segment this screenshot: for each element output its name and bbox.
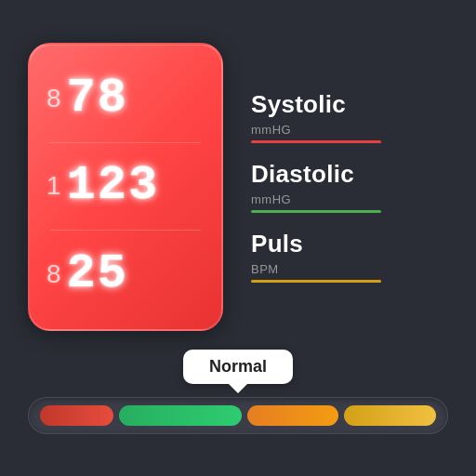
systolic-unit: mmHG (251, 123, 448, 137)
row-divider-2 (50, 230, 201, 231)
diastolic-info: Diastolic mmHG (251, 160, 448, 213)
systolic-label: Systolic (251, 90, 448, 119)
puls-unit: BPM (251, 262, 448, 276)
systolic-info: Systolic mmHG (251, 90, 448, 143)
scale-red (40, 405, 113, 426)
diastolic-row: 1 123 (46, 158, 205, 214)
diastolic-unit: mmHG (251, 192, 448, 206)
pulse-row: 8 25 (46, 246, 205, 302)
pulse-digits: 25 (67, 250, 128, 298)
diastolic-bar (251, 210, 381, 213)
row-divider-1 (50, 142, 201, 143)
puls-info: Puls BPM (251, 230, 448, 283)
systolic-digits: 78 (67, 74, 128, 123)
scale-yellow (344, 405, 436, 426)
bottom-section: Normal (0, 350, 476, 453)
diastolic-digits: 123 (67, 162, 160, 210)
status-badge: Normal (183, 350, 293, 384)
systolic-bar (251, 140, 381, 143)
systolic-row: 8 78 (46, 71, 205, 126)
monitor-display: 8 78 1 123 8 25 (28, 43, 223, 331)
scale-green (119, 405, 242, 426)
scale-bar-container (28, 397, 448, 434)
main-content: 8 78 1 123 8 25 Systolic mmHG Diastolic … (0, 24, 476, 350)
info-panel: Systolic mmHG Diastolic mmHG Puls BPM (251, 90, 448, 283)
scale-orange (247, 405, 339, 426)
status-label: Normal (209, 357, 267, 376)
diastolic-label: Diastolic (251, 160, 448, 189)
diastolic-prefix: 1 (46, 171, 61, 201)
puls-bar (251, 280, 381, 283)
pulse-prefix: 8 (46, 259, 61, 289)
systolic-prefix: 8 (46, 84, 61, 113)
puls-label: Puls (251, 230, 448, 258)
